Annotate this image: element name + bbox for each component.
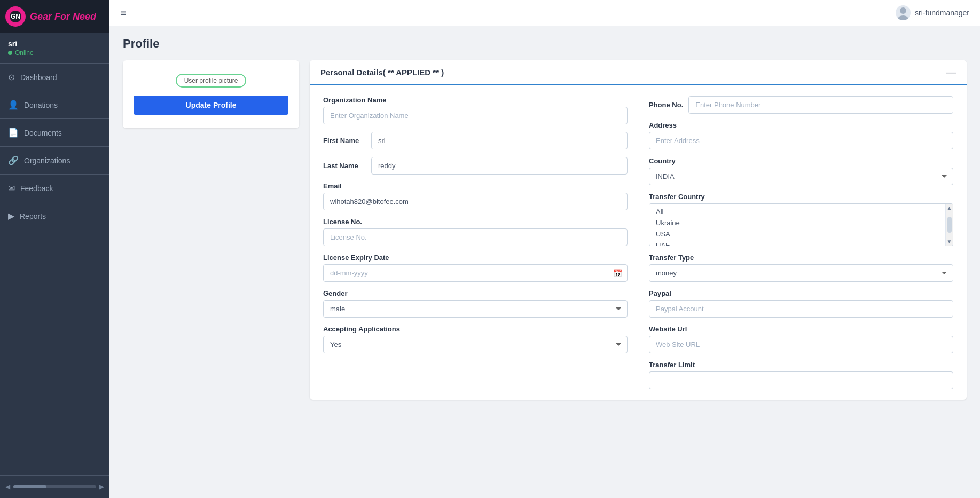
- sidebar-item-label-feedback: Feedback: [20, 184, 53, 193]
- transfer-type-group: Transfer Type money goods services: [649, 254, 953, 282]
- last-name-input[interactable]: [371, 157, 628, 175]
- organizations-icon: 🔗: [8, 155, 19, 165]
- hamburger-menu[interactable]: ≡: [120, 7, 127, 19]
- online-status: Online: [15, 49, 34, 57]
- content-area: Profile User profile picture Update Prof…: [109, 26, 980, 498]
- profile-picture-container: User profile picture: [176, 74, 247, 88]
- accepting-applications-select[interactable]: Yes No: [323, 336, 628, 353]
- scrollbar-thumb: [947, 217, 952, 233]
- country-label: Country: [649, 157, 953, 165]
- svg-point-2: [900, 7, 906, 14]
- transfer-country-uae[interactable]: UAE: [649, 240, 953, 246]
- last-name-group: Last Name: [323, 157, 628, 175]
- website-url-label: Website Url: [649, 325, 953, 333]
- sidebar-item-reports[interactable]: ▶ Reports: [0, 204, 109, 227]
- sidebar-item-feedback[interactable]: ✉ Feedback: [0, 177, 109, 200]
- panel-collapse-button[interactable]: —: [946, 67, 956, 78]
- panel-header: Personal Details( ** APPLIED ** ) —: [310, 60, 967, 85]
- email-group: Email: [323, 182, 628, 210]
- gender-group: Gender male female other: [323, 289, 628, 318]
- phone-no-input[interactable]: [688, 96, 953, 114]
- email-label: Email: [323, 182, 628, 190]
- license-no-label: License No.: [323, 218, 628, 226]
- gender-select[interactable]: male female other: [323, 300, 628, 318]
- website-url-input[interactable]: [649, 336, 953, 353]
- paypal-group: Paypal: [649, 289, 953, 318]
- profile-picture-label: User profile picture: [176, 74, 247, 88]
- topbar-left: ≡: [120, 7, 127, 19]
- profile-panel: Personal Details( ** APPLIED ** ) — Orga…: [310, 60, 967, 400]
- donations-icon: 👤: [8, 100, 19, 110]
- main-area: ≡ sri-fundmanager Profile User profile p…: [109, 0, 980, 498]
- sidebar-item-label-reports: Reports: [20, 212, 46, 220]
- transfer-country-ukraine[interactable]: Ukraine: [649, 217, 953, 228]
- phone-no-group: Phone No.: [649, 96, 953, 114]
- scroll-thumb: [13, 485, 46, 488]
- scrollbar-down-arrow[interactable]: ▼: [947, 239, 952, 244]
- transfer-limit-input[interactable]: [649, 371, 953, 389]
- last-name-label: Last Name: [323, 162, 366, 170]
- license-expiry-label: License Expiry Date: [323, 254, 628, 262]
- email-input[interactable]: [323, 193, 628, 210]
- sidebar-item-label-donations: Donations: [24, 101, 58, 109]
- divider-7: [0, 230, 109, 230]
- phone-no-label: Phone No.: [649, 101, 683, 109]
- date-input-wrapper: 📅: [323, 264, 628, 282]
- svg-text:GN: GN: [11, 13, 20, 20]
- sidebar-item-documents[interactable]: 📄 Documents: [0, 121, 109, 144]
- transfer-country-all[interactable]: All: [649, 206, 953, 217]
- sidebar-item-label-documents: Documents: [24, 129, 62, 137]
- profile-layout: User profile picture Update Profile Pers…: [123, 60, 967, 400]
- panel-title: Personal Details( ** APPLIED ** ): [320, 68, 444, 77]
- profile-card: User profile picture Update Profile: [123, 60, 299, 128]
- sidebar-scroll: ◀ ▶: [0, 480, 109, 494]
- license-expiry-group: License Expiry Date 📅: [323, 254, 628, 282]
- scroll-track: [13, 485, 96, 488]
- scroll-right-icon[interactable]: ▶: [99, 483, 104, 491]
- left-column: Organization Name First Name Last Nam: [323, 96, 628, 389]
- divider-3: [0, 118, 109, 119]
- first-name-label: First Name: [323, 137, 366, 145]
- topbar-right: sri-fundmanager: [896, 5, 969, 20]
- logo-icon: GN: [5, 6, 26, 27]
- sidebar-item-donations[interactable]: 👤 Donations: [0, 93, 109, 116]
- transfer-country-list[interactable]: All Ukraine USA UAE ▲ ▼: [649, 203, 953, 246]
- sidebar-logo: GN Gear For Need: [0, 0, 109, 33]
- license-no-input[interactable]: [323, 228, 628, 246]
- divider-5: [0, 174, 109, 175]
- country-group: Country INDIA USA UK UAE Ukraine: [649, 157, 953, 185]
- divider-6: [0, 202, 109, 202]
- svg-point-3: [898, 15, 908, 20]
- update-profile-button[interactable]: Update Profile: [134, 96, 288, 115]
- divider-1: [0, 63, 109, 64]
- sidebar-item-label-organizations: Organizations: [24, 156, 70, 165]
- divider-2: [0, 91, 109, 91]
- paypal-label: Paypal: [649, 289, 953, 297]
- first-name-input[interactable]: [371, 132, 628, 149]
- transfer-limit-label: Transfer Limit: [649, 361, 953, 369]
- paypal-input[interactable]: [649, 300, 953, 318]
- country-select[interactable]: INDIA USA UK UAE Ukraine: [649, 168, 953, 185]
- website-url-group: Website Url: [649, 325, 953, 353]
- transfer-country-list-inner: All Ukraine USA UAE: [649, 204, 953, 246]
- panel-body: Organization Name First Name Last Nam: [310, 85, 967, 400]
- transfer-limit-group: Transfer Limit: [649, 361, 953, 389]
- scrollbar-up-arrow[interactable]: ▲: [947, 205, 952, 211]
- transfer-country-usa[interactable]: USA: [649, 228, 953, 240]
- accepting-applications-label: Accepting Applications: [323, 325, 628, 333]
- address-input[interactable]: [649, 132, 953, 149]
- scroll-left-icon[interactable]: ◀: [5, 483, 10, 491]
- address-label: Address: [649, 121, 953, 129]
- sidebar-item-dashboard[interactable]: ⊙ Dashboard: [0, 66, 109, 89]
- license-no-group: License No.: [323, 218, 628, 246]
- app-name: Gear For Need: [30, 11, 96, 22]
- transfer-type-label: Transfer Type: [649, 254, 953, 262]
- organization-name-input[interactable]: [323, 107, 628, 124]
- right-column: Phone No. Address Country INDIA: [649, 96, 953, 389]
- sidebar-item-organizations[interactable]: 🔗 Organizations: [0, 149, 109, 172]
- organization-name-group: Organization Name: [323, 96, 628, 124]
- transfer-country-label: Transfer Country: [649, 193, 953, 201]
- license-expiry-input[interactable]: [323, 264, 628, 282]
- transfer-type-select[interactable]: money goods services: [649, 264, 953, 282]
- feedback-icon: ✉: [8, 183, 15, 193]
